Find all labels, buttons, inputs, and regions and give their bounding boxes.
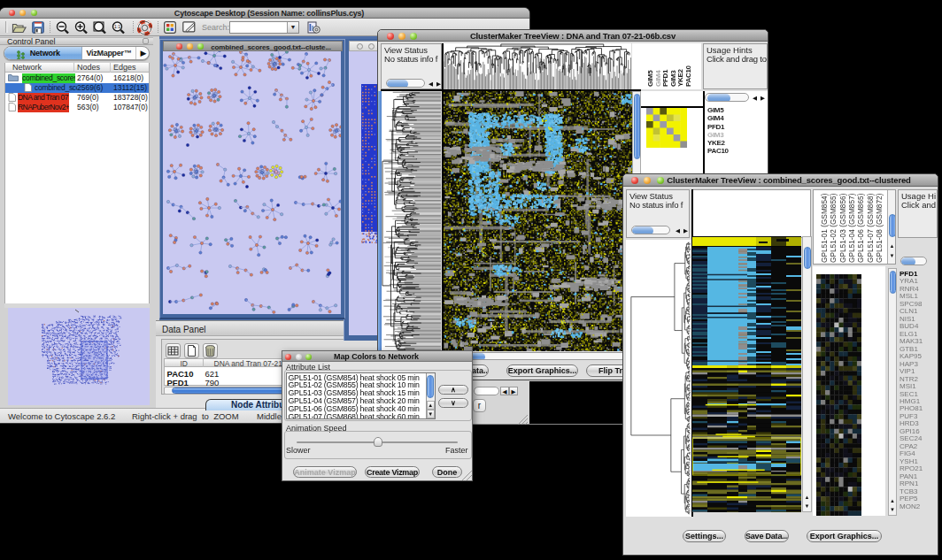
svg-text:1:1: 1:1	[114, 24, 120, 29]
